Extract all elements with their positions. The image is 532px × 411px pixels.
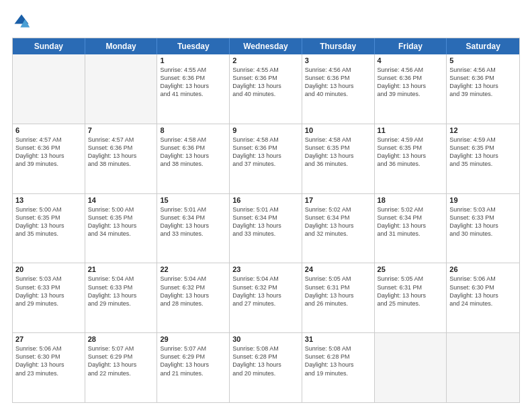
page: SundayMondayTuesdayWednesdayThursdayFrid… xyxy=(0,0,532,411)
cell-line: Sunset: 6:28 PM xyxy=(305,353,371,361)
calendar-cell-r1c5: 11Sunrise: 4:59 AMSunset: 6:35 PMDayligh… xyxy=(375,124,447,193)
day-number: 31 xyxy=(305,335,371,343)
cell-line: and 38 minutes. xyxy=(160,160,226,168)
day-number: 22 xyxy=(160,265,226,273)
cell-line: and 38 minutes. xyxy=(88,160,154,168)
calendar-cell-r2c3: 16Sunrise: 5:01 AMSunset: 6:34 PMDayligh… xyxy=(230,194,302,263)
cell-line: Sunset: 6:29 PM xyxy=(160,353,226,361)
calendar-cell-r2c4: 17Sunrise: 5:02 AMSunset: 6:34 PMDayligh… xyxy=(302,194,375,263)
cell-line: Daylight: 13 hours xyxy=(232,152,299,160)
cell-line: and 22 minutes. xyxy=(88,369,154,377)
calendar-header: SundayMondayTuesdayWednesdayThursdayFrid… xyxy=(13,38,519,54)
cell-line: Sunrise: 5:04 AM xyxy=(232,275,299,283)
cell-line: Daylight: 13 hours xyxy=(305,152,371,160)
day-number: 8 xyxy=(160,126,226,134)
cell-line: Sunrise: 4:57 AM xyxy=(88,136,154,144)
calendar-cell-r1c2: 8Sunrise: 4:58 AMSunset: 6:36 PMDaylight… xyxy=(157,124,230,193)
day-number: 11 xyxy=(378,126,444,134)
day-number: 20 xyxy=(15,265,82,273)
cell-line: Sunrise: 4:58 AM xyxy=(232,136,299,144)
cell-line: Sunset: 6:36 PM xyxy=(88,144,154,152)
cell-line: Daylight: 13 hours xyxy=(449,291,517,300)
cell-line: Sunset: 6:36 PM xyxy=(232,144,299,152)
cell-line: Daylight: 13 hours xyxy=(160,152,226,160)
calendar-row-4: 27Sunrise: 5:06 AMSunset: 6:30 PMDayligh… xyxy=(13,333,519,402)
calendar-cell-r0c6: 5Sunrise: 4:56 AMSunset: 6:36 PMDaylight… xyxy=(447,54,519,124)
cell-line: and 40 minutes. xyxy=(232,90,299,98)
cell-line: Daylight: 13 hours xyxy=(449,82,517,90)
cell-line: Daylight: 13 hours xyxy=(88,222,154,230)
cell-line: Daylight: 13 hours xyxy=(160,222,226,230)
header-day-thursday: Thursday xyxy=(302,38,375,54)
cell-line: Sunrise: 5:02 AM xyxy=(305,205,371,214)
calendar-cell-r4c4: 31Sunrise: 5:08 AMSunset: 6:28 PMDayligh… xyxy=(302,333,375,402)
cell-line: Sunrise: 5:00 AM xyxy=(88,205,154,214)
cell-line: Daylight: 13 hours xyxy=(232,361,299,369)
calendar-cell-r2c5: 18Sunrise: 5:02 AMSunset: 6:34 PMDayligh… xyxy=(375,194,447,263)
cell-line: Sunrise: 4:57 AM xyxy=(15,136,82,144)
day-number: 6 xyxy=(15,126,82,134)
calendar-cell-r4c1: 28Sunrise: 5:07 AMSunset: 6:29 PMDayligh… xyxy=(85,333,158,402)
calendar-cell-r2c1: 14Sunrise: 5:00 AMSunset: 6:35 PMDayligh… xyxy=(85,194,158,263)
cell-line: Sunset: 6:31 PM xyxy=(305,283,371,291)
cell-line: and 35 minutes. xyxy=(15,230,82,238)
cell-line: Sunset: 6:35 PM xyxy=(15,214,82,222)
calendar: SundayMondayTuesdayWednesdayThursdayFrid… xyxy=(12,38,520,403)
cell-line: Daylight: 13 hours xyxy=(378,291,444,300)
cell-line: and 23 minutes. xyxy=(15,369,82,377)
calendar-cell-r4c3: 30Sunrise: 5:08 AMSunset: 6:28 PMDayligh… xyxy=(230,333,302,402)
cell-line: Sunrise: 5:05 AM xyxy=(305,275,371,283)
day-number: 26 xyxy=(449,265,517,273)
cell-line: and 33 minutes. xyxy=(232,230,299,238)
cell-line: Daylight: 13 hours xyxy=(449,222,517,230)
calendar-cell-r0c5: 4Sunrise: 4:56 AMSunset: 6:36 PMDaylight… xyxy=(375,54,447,124)
calendar-cell-r3c4: 24Sunrise: 5:05 AMSunset: 6:31 PMDayligh… xyxy=(302,263,375,332)
cell-line: Sunset: 6:29 PM xyxy=(88,353,154,361)
day-number: 17 xyxy=(305,196,371,204)
day-number: 24 xyxy=(305,265,371,273)
cell-line: Sunrise: 4:56 AM xyxy=(378,66,444,74)
cell-line: Daylight: 13 hours xyxy=(88,291,154,300)
cell-line: Sunrise: 4:56 AM xyxy=(449,66,517,74)
calendar-cell-r0c3: 2Sunrise: 4:55 AMSunset: 6:36 PMDaylight… xyxy=(230,54,302,124)
cell-line: Sunset: 6:36 PM xyxy=(378,74,444,82)
header-day-wednesday: Wednesday xyxy=(230,38,302,54)
cell-line: Sunset: 6:35 PM xyxy=(449,144,517,152)
cell-line: Daylight: 13 hours xyxy=(305,82,371,90)
cell-line: Sunset: 6:30 PM xyxy=(15,353,82,361)
calendar-cell-r3c2: 22Sunrise: 5:04 AMSunset: 6:32 PMDayligh… xyxy=(157,263,230,332)
cell-line: Sunset: 6:34 PM xyxy=(305,214,371,222)
cell-line: and 33 minutes. xyxy=(160,230,226,238)
day-number: 18 xyxy=(378,196,444,204)
day-number: 13 xyxy=(15,196,82,204)
logo xyxy=(12,12,34,31)
cell-line: Sunset: 6:32 PM xyxy=(232,283,299,291)
calendar-cell-r1c6: 12Sunrise: 4:59 AMSunset: 6:35 PMDayligh… xyxy=(447,124,519,193)
cell-line: Daylight: 13 hours xyxy=(15,361,82,369)
cell-line: Daylight: 13 hours xyxy=(378,222,444,230)
cell-line: and 24 minutes. xyxy=(449,300,517,308)
cell-line: Daylight: 13 hours xyxy=(160,291,226,300)
day-number: 15 xyxy=(160,196,226,204)
cell-line: Sunrise: 4:59 AM xyxy=(378,136,444,144)
cell-line: Sunrise: 5:03 AM xyxy=(15,275,82,283)
cell-line: and 19 minutes. xyxy=(305,369,371,377)
cell-line: Sunrise: 5:01 AM xyxy=(232,205,299,214)
calendar-cell-r3c1: 21Sunrise: 5:04 AMSunset: 6:33 PMDayligh… xyxy=(85,263,158,332)
cell-line: and 29 minutes. xyxy=(88,300,154,308)
cell-line: Sunset: 6:34 PM xyxy=(232,214,299,222)
cell-line: Daylight: 13 hours xyxy=(15,152,82,160)
cell-line: Sunrise: 5:08 AM xyxy=(232,345,299,353)
cell-line: and 32 minutes. xyxy=(305,230,371,238)
calendar-cell-r0c2: 1Sunrise: 4:55 AMSunset: 6:36 PMDaylight… xyxy=(157,54,230,124)
cell-line: Sunset: 6:36 PM xyxy=(232,74,299,82)
cell-line: Sunset: 6:32 PM xyxy=(160,283,226,291)
cell-line: Daylight: 13 hours xyxy=(232,82,299,90)
cell-line: Daylight: 13 hours xyxy=(15,222,82,230)
calendar-cell-r0c0 xyxy=(13,54,85,124)
calendar-cell-r3c0: 20Sunrise: 5:03 AMSunset: 6:33 PMDayligh… xyxy=(13,263,85,332)
day-number: 16 xyxy=(232,196,299,204)
cell-line: Sunrise: 4:58 AM xyxy=(305,136,371,144)
header-day-sunday: Sunday xyxy=(13,38,85,54)
cell-line: Sunrise: 5:08 AM xyxy=(305,345,371,353)
